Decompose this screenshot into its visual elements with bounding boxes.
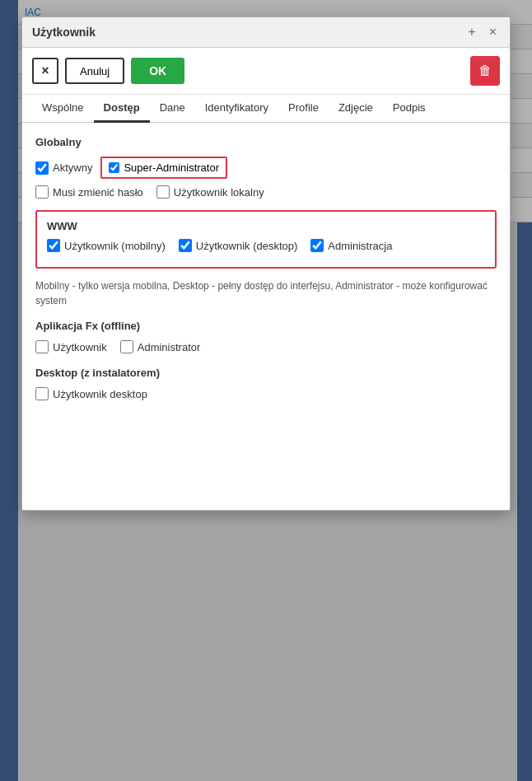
aktywny-label: Aktywny	[53, 161, 92, 174]
modal-close-button[interactable]: ×	[486, 24, 500, 40]
tab-dostep[interactable]: Dostęp	[94, 95, 150, 123]
desktop-uzytkownik-checkbox[interactable]	[35, 387, 49, 400]
tab-profile[interactable]: Profile	[278, 95, 329, 123]
administracja-checkbox[interactable]	[310, 239, 324, 252]
ok-button[interactable]: OK	[131, 58, 184, 84]
uzytkownik-lokalny-checkbox[interactable]	[156, 185, 170, 199]
cancel-button[interactable]: Anuluj	[65, 58, 124, 84]
uzytkownik-mobilny-checkbox-item[interactable]: Użytkownik (mobilny)	[47, 239, 166, 252]
modal-tabs: Wspólne Dostęp Dane Identyfikatory Profi…	[22, 95, 510, 123]
close-x-button[interactable]: ×	[32, 58, 58, 84]
administracja-checkbox-item[interactable]: Administracja	[310, 239, 392, 252]
fx-uzytkownik-label: Użytkownik	[53, 341, 107, 353]
aplikacja-fx-title: Aplikacja Fx (offline)	[35, 320, 497, 332]
delete-button[interactable]: 🗑	[470, 56, 500, 86]
desktop-section: Desktop (z instalatorem) Użytkownik desk…	[35, 367, 497, 400]
uzytkownik-desktop-www-checkbox-item[interactable]: Użytkownik (desktop)	[179, 239, 298, 252]
fx-administrator-checkbox-item[interactable]: Administrator	[120, 340, 201, 353]
fx-administrator-label: Administrator	[138, 341, 201, 353]
www-title: WWW	[47, 220, 485, 232]
tab-zdjecie[interactable]: Zdjęcie	[329, 95, 383, 123]
aplikacja-fx-row: Użytkownik Administrator	[35, 340, 497, 353]
globalny-section: Globalny Aktywny Super-Administrator	[35, 136, 497, 199]
fx-uzytkownik-checkbox-item[interactable]: Użytkownik	[35, 340, 107, 353]
modal-header-icons: + ×	[464, 24, 500, 40]
desktop-row: Użytkownik desktop	[35, 387, 497, 400]
trash-icon: 🗑	[478, 63, 492, 78]
tab-podpis[interactable]: Podpis	[383, 95, 436, 123]
modal-title: Użytkownik	[32, 26, 96, 39]
modal-add-button[interactable]: +	[464, 24, 478, 40]
musi-zmienic-checkbox[interactable]	[35, 185, 49, 199]
desktop-uzytkownik-label: Użytkownik desktop	[53, 388, 147, 400]
fx-uzytkownik-checkbox[interactable]	[35, 340, 49, 353]
super-admin-checkbox[interactable]	[109, 162, 119, 173]
tab-identyfikatory[interactable]: Identyfikatory	[195, 95, 278, 123]
globalny-row1: Aktywny Super-Administrator	[35, 157, 497, 179]
modal-overlay: Użytkownik + × × Anuluj OK 🗑 Wspólne Dos…	[0, 0, 532, 781]
modal-dialog: Użytkownik + × × Anuluj OK 🗑 Wspólne Dos…	[21, 16, 511, 511]
tab-dane[interactable]: Dane	[150, 95, 195, 123]
tab-wspolne[interactable]: Wspólne	[32, 95, 94, 123]
globalny-title: Globalny	[35, 136, 497, 148]
modal-header: Użytkownik + ×	[22, 17, 510, 48]
www-checkboxes-row: Użytkownik (mobilny) Użytkownik (desktop…	[47, 239, 485, 252]
uzytkownik-mobilny-label: Użytkownik (mobilny)	[64, 240, 166, 252]
uzytkownik-lokalny-checkbox-item[interactable]: Użytkownik lokalny	[156, 185, 264, 199]
uzytkownik-desktop-www-checkbox[interactable]	[179, 239, 192, 252]
aktywny-checkbox-item[interactable]: Aktywny	[35, 161, 92, 175]
uzytkownik-desktop-www-label: Użytkownik (desktop)	[196, 240, 298, 252]
modal-body: Globalny Aktywny Super-Administrator	[22, 123, 510, 427]
modal-toolbar: × Anuluj OK 🗑	[22, 48, 510, 95]
close-x-icon: ×	[41, 63, 49, 78]
www-info-text: Mobilny - tylko wersja mobilna, Desktop …	[35, 278, 497, 308]
musi-zmienic-label: Musi zmienić hasło	[53, 186, 143, 199]
uzytkownik-lokalny-label: Użytkownik lokalny	[174, 186, 264, 199]
uzytkownik-mobilny-checkbox[interactable]	[47, 239, 60, 252]
musi-zmienic-checkbox-item[interactable]: Musi zmienić hasło	[35, 185, 143, 199]
desktop-title: Desktop (z instalatorem)	[35, 367, 497, 379]
www-section: WWW Użytkownik (mobilny) Użytkownik (des…	[35, 210, 497, 269]
super-admin-box: Super-Administrator	[100, 157, 227, 179]
fx-administrator-checkbox[interactable]	[120, 340, 133, 353]
administracja-label: Administracja	[328, 240, 392, 252]
aplikacja-fx-section: Aplikacja Fx (offline) Użytkownik Admini…	[35, 320, 497, 353]
aktywny-checkbox[interactable]	[35, 161, 49, 175]
desktop-uzytkownik-checkbox-item[interactable]: Użytkownik desktop	[35, 387, 147, 400]
super-admin-label: Super-Administrator	[124, 161, 219, 174]
globalny-row2: Musi zmienić hasło Użytkownik lokalny	[35, 185, 497, 199]
